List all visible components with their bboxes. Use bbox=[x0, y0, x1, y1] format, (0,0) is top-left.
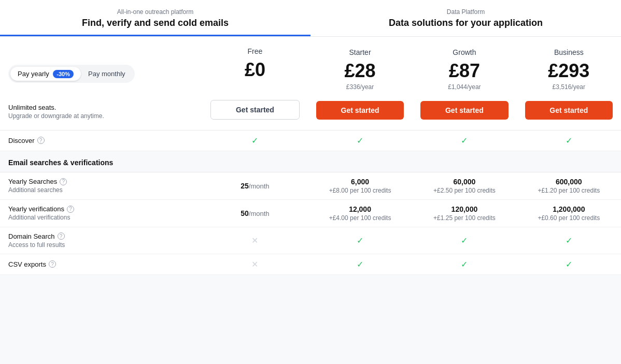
cta-growth[interactable]: Get started bbox=[420, 101, 508, 120]
plan-price-starter: £28 bbox=[316, 61, 404, 81]
nav-outreach[interactable]: All-in-one outreach platform Find, verif… bbox=[0, 0, 310, 36]
check-icon: ✓ bbox=[461, 260, 468, 269]
yearly-verifications-growth: 120,000 +£1.25 per 100 credits bbox=[412, 199, 516, 227]
cta-starter[interactable]: Get started bbox=[316, 101, 404, 120]
yearly-searches-starter: 6,000 +£8.00 per 100 credits bbox=[308, 172, 412, 199]
nav-data-subtitle: Data Platform bbox=[321, 8, 611, 16]
unlimited-sublabel: Upgrade or downgrade at anytime. bbox=[8, 112, 194, 120]
plan-yearly-growth: £1,044/year bbox=[420, 83, 508, 91]
yearly-searches-label-cell: Yearly Searches ? Additional searches bbox=[0, 172, 202, 199]
yearly-verifications-label-cell: Yearly verifications ? Additional verifi… bbox=[0, 199, 202, 227]
feature-row-domain-search: Domain Search ? Access to full results ✕… bbox=[0, 227, 621, 254]
domain-search-free: ✕ bbox=[202, 227, 308, 254]
plan-price-growth: £87 bbox=[420, 61, 508, 81]
domain-search-label-cell: Domain Search ? Access to full results bbox=[0, 227, 202, 254]
csv-exports-starter: ✓ bbox=[308, 254, 412, 274]
domain-search-label: Domain Search ? bbox=[8, 232, 194, 240]
check-icon: ✓ bbox=[566, 136, 572, 145]
email-section-label: Email searches & verifications bbox=[0, 151, 621, 172]
csv-exports-growth: ✓ bbox=[412, 254, 516, 274]
plan-name-starter: Starter bbox=[316, 48, 404, 56]
billing-toggle[interactable]: Pay yearly -30% Pay monthly bbox=[8, 65, 135, 83]
yearly-verifications-starter: 12,000 +£4.00 per 100 credits bbox=[308, 199, 412, 227]
top-navigation: All-in-one outreach platform Find, verif… bbox=[0, 0, 621, 37]
yearly-verifications-free: 50/month bbox=[202, 199, 308, 227]
feature-row-yearly-searches: Yearly Searches ? Additional searches 25… bbox=[0, 172, 621, 199]
plan-header-business: Business £293 £3,516/year Get started bbox=[517, 37, 621, 130]
plan-name-free: Free bbox=[210, 47, 300, 55]
cross-icon: ✕ bbox=[251, 260, 258, 269]
plan-price-free: £0 bbox=[210, 60, 300, 80]
csv-exports-free: ✕ bbox=[202, 254, 308, 274]
plan-header-growth: Growth £87 £1,044/year Get started bbox=[412, 37, 516, 130]
check-icon: ✓ bbox=[251, 136, 258, 145]
plan-name-business: Business bbox=[525, 48, 613, 56]
yearly-searches-sublabel: Additional searches bbox=[8, 186, 194, 194]
check-icon: ✓ bbox=[357, 136, 363, 145]
check-icon: ✓ bbox=[357, 260, 363, 269]
yearly-searches-free: 25/month bbox=[202, 172, 308, 199]
pricing-table: Pay yearly -30% Pay monthly Unlimited se… bbox=[0, 37, 621, 275]
check-icon: ✓ bbox=[566, 260, 572, 269]
domain-search-business: ✓ bbox=[517, 227, 621, 254]
feature-row-discover: Discover ? ✓ ✓ ✓ ✓ bbox=[0, 130, 621, 151]
email-section-header: Email searches & verifications bbox=[0, 151, 621, 172]
discover-business: ✓ bbox=[517, 130, 621, 151]
nav-data[interactable]: Data Platform Data solutions for your ap… bbox=[310, 0, 621, 36]
yearly-searches-business: 600,000 +£1.20 per 100 credits bbox=[517, 172, 621, 199]
yearly-searches-label: Yearly Searches ? bbox=[8, 178, 194, 185]
check-icon: ✓ bbox=[461, 236, 468, 245]
discover-info-icon[interactable]: ? bbox=[37, 137, 45, 144]
domain-search-info-icon[interactable]: ? bbox=[58, 232, 65, 240]
check-icon: ✓ bbox=[566, 236, 572, 245]
unlimited-label: Unlimited seats. bbox=[8, 104, 194, 111]
plan-name-growth: Growth bbox=[420, 48, 508, 56]
domain-search-sublabel: Access to full results bbox=[8, 241, 194, 249]
plan-yearly-free bbox=[210, 82, 300, 90]
discover-growth: ✓ bbox=[412, 130, 516, 151]
cta-business[interactable]: Get started bbox=[525, 101, 613, 120]
discover-free: ✓ bbox=[202, 130, 308, 151]
csv-exports-label-cell: CSV exports ? bbox=[0, 254, 202, 274]
nav-outreach-title: Find, verify and send cold emails bbox=[10, 18, 300, 28]
yearly-searches-info-icon[interactable]: ? bbox=[60, 178, 67, 185]
cross-icon: ✕ bbox=[251, 236, 258, 245]
pay-monthly-button[interactable]: Pay monthly bbox=[81, 67, 133, 81]
csv-exports-label: CSV exports ? bbox=[8, 260, 194, 268]
yearly-verifications-sublabel: Additional verifications bbox=[8, 214, 194, 221]
plan-price-business: £293 bbox=[525, 61, 613, 81]
discover-label-cell: Discover ? bbox=[0, 130, 202, 151]
csv-exports-info-icon[interactable]: ? bbox=[49, 260, 56, 268]
nav-outreach-subtitle: All-in-one outreach platform bbox=[10, 8, 300, 16]
feature-row-yearly-verifications: Yearly verifications ? Additional verifi… bbox=[0, 199, 621, 227]
check-icon: ✓ bbox=[357, 236, 363, 245]
pay-yearly-button[interactable]: Pay yearly -30% bbox=[10, 67, 81, 81]
discover-starter: ✓ bbox=[308, 130, 412, 151]
plan-header-starter: Starter £28 £336/year Get started bbox=[308, 37, 412, 130]
feature-row-csv-exports: CSV exports ? ✕ ✓ ✓ ✓ bbox=[0, 254, 621, 274]
plan-yearly-business: £3,516/year bbox=[525, 83, 613, 91]
header-row: Pay yearly -30% Pay monthly Unlimited se… bbox=[0, 37, 621, 130]
cta-free[interactable]: Get started bbox=[210, 100, 300, 120]
csv-exports-business: ✓ bbox=[517, 254, 621, 274]
domain-search-starter: ✓ bbox=[308, 227, 412, 254]
pricing-container: Pay yearly -30% Pay monthly Unlimited se… bbox=[0, 37, 621, 275]
plan-header-free: Free £0 Get started bbox=[202, 37, 308, 130]
plan-yearly-starter: £336/year bbox=[316, 83, 404, 91]
billing-toggle-cell: Pay yearly -30% Pay monthly Unlimited se… bbox=[0, 37, 202, 130]
yearly-verifications-label: Yearly verifications ? bbox=[8, 205, 194, 213]
check-icon: ✓ bbox=[461, 136, 468, 145]
discount-badge: -30% bbox=[53, 70, 74, 78]
yearly-verifications-info-icon[interactable]: ? bbox=[67, 206, 74, 213]
discover-label: Discover ? bbox=[8, 137, 194, 144]
yearly-searches-growth: 60,000 +£2.50 per 100 credits bbox=[412, 172, 516, 199]
domain-search-growth: ✓ bbox=[412, 227, 516, 254]
nav-data-title: Data solutions for your application bbox=[321, 18, 611, 28]
yearly-verifications-business: 1,200,000 +£0.60 per 100 credits bbox=[517, 199, 621, 227]
